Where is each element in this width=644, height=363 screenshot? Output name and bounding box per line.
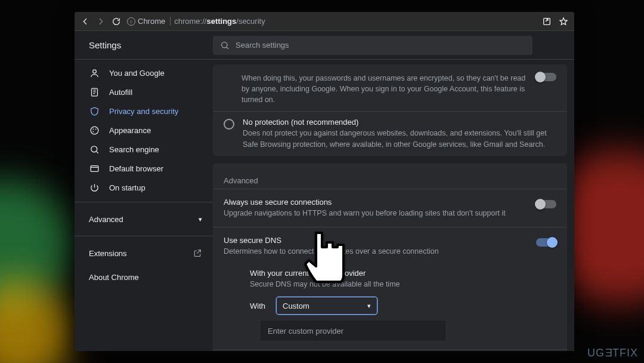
settings-body: You and Google Autofill Privacy and secu… [75, 60, 574, 351]
sidebar-about-chrome[interactable]: About Chrome [75, 265, 213, 289]
settings-header: Settings [75, 31, 574, 60]
browser-icon [89, 163, 100, 174]
radio-unchecked-icon[interactable] [224, 119, 234, 130]
svg-point-8 [91, 146, 97, 152]
settings-sidebar: You and Google Autofill Privacy and secu… [75, 60, 213, 351]
always-secure-row: Always use secure connections Upgrade na… [213, 189, 567, 227]
forward-button[interactable] [96, 17, 106, 26]
secure-dns-row: Use secure DNS Determines how to connect… [213, 227, 567, 265]
sidebar-extensions-label: Extensions [89, 249, 127, 258]
sidebar-item-label: You and Google [109, 69, 165, 78]
autofill-icon [89, 87, 100, 97]
dns-with-label: With [250, 302, 265, 310]
sidebar-advanced-label: Advanced [89, 215, 123, 224]
sidebar-item-appearance[interactable]: Appearance [75, 121, 208, 140]
no-protection-desc: Does not protect you against dangerous w… [243, 128, 556, 149]
sidebar-item-label: Privacy and security [109, 107, 178, 116]
sidebar-item-label: Search engine [109, 145, 159, 154]
browser-window: ○ Chrome chrome://settings/security Sett… [75, 12, 574, 351]
dropdown-arrow-icon: ▾ [367, 302, 371, 310]
encrypted-sync-toggle[interactable] [536, 73, 556, 81]
search-icon [89, 144, 100, 155]
sidebar-item-search-engine[interactable]: Search engine [75, 140, 208, 159]
svg-point-2 [92, 69, 96, 73]
advanced-card: Advanced Always use secure connections U… [213, 163, 567, 351]
svg-point-6 [95, 128, 96, 130]
site-chip-label: Chrome [138, 17, 165, 26]
no-protection-title: No protection (not recommended) [243, 118, 556, 127]
sidebar-extensions-link[interactable]: Extensions [75, 241, 213, 265]
secure-dns-options: With your current service provider Secur… [213, 265, 567, 349]
svg-point-7 [92, 131, 94, 132]
manage-certificates-row[interactable]: Manage certificates Manage HTTPS/SSL cer… [213, 349, 567, 351]
watermark-text: UGETFIX [587, 347, 638, 359]
search-input[interactable] [236, 41, 525, 50]
search-settings[interactable] [213, 36, 532, 55]
settings-content[interactable]: When doing this, your passwords and user… [213, 60, 574, 351]
sidebar-item-autofill[interactable]: Autofill [75, 82, 208, 101]
safe-browsing-card: When doing this, your passwords and user… [213, 64, 567, 156]
reload-button[interactable] [112, 17, 121, 26]
dns-provider-desc: Secure DNS may not be available all the … [250, 279, 556, 290]
site-info-icon[interactable]: ○ [127, 17, 135, 26]
address-bar[interactable]: ○ Chrome chrome://settings/security [127, 17, 265, 26]
dns-provider-title: With your current service provider [250, 269, 556, 278]
sidebar-item-label: Appearance [109, 126, 151, 135]
sidebar-about-label: About Chrome [89, 273, 139, 282]
person-icon [89, 67, 100, 78]
secure-dns-desc: Determines how to connect to websites ov… [224, 246, 524, 257]
external-link-icon [193, 248, 202, 258]
svg-rect-9 [91, 165, 98, 171]
palette-icon [89, 125, 100, 136]
sidebar-item-you-and-google[interactable]: You and Google [75, 63, 208, 82]
chevron-down-icon: ▾ [199, 216, 202, 223]
sidebar-advanced-toggle[interactable]: Advanced ▾ [75, 207, 213, 231]
sidebar-item-privacy-security[interactable]: Privacy and security [75, 101, 208, 121]
no-protection-option[interactable]: No protection (not recommended) Does not… [213, 111, 567, 155]
share-icon[interactable] [542, 17, 552, 26]
shield-icon [89, 106, 100, 116]
sidebar-item-label: Autofill [109, 88, 132, 97]
browser-toolbar: ○ Chrome chrome://settings/security [75, 12, 574, 31]
encrypted-sync-description: When doing this, your passwords and user… [242, 73, 528, 105]
always-secure-title: Always use secure connections [224, 198, 524, 207]
svg-rect-3 [91, 88, 97, 96]
bookmark-star-icon[interactable] [559, 17, 568, 26]
sidebar-item-on-startup[interactable]: On startup [75, 178, 208, 197]
back-button[interactable] [80, 17, 90, 26]
svg-point-4 [91, 127, 98, 134]
search-icon [220, 41, 230, 50]
site-chip: ○ Chrome [127, 17, 171, 26]
advanced-section-label: Advanced [213, 165, 567, 189]
svg-point-5 [92, 128, 94, 130]
always-secure-toggle[interactable] [536, 200, 556, 208]
page-title: Settings [75, 40, 213, 50]
dns-custom-placeholder: Enter custom provider [268, 327, 343, 336]
url-text: chrome://settings/security [174, 17, 265, 26]
svg-point-1 [222, 42, 227, 47]
dns-select-value: Custom [283, 302, 309, 310]
sidebar-item-label: Default browser [109, 164, 163, 173]
secure-dns-toggle[interactable] [536, 238, 556, 247]
dns-provider-select[interactable]: Custom ▾ [276, 297, 377, 315]
always-secure-desc: Upgrade navigations to HTTPS and warn yo… [224, 208, 524, 219]
sidebar-item-label: On startup [109, 183, 145, 192]
sidebar-item-default-browser[interactable]: Default browser [75, 159, 208, 178]
secure-dns-title: Use secure DNS [224, 236, 524, 245]
power-icon [89, 182, 100, 193]
dns-custom-input[interactable]: Enter custom provider [261, 321, 445, 341]
